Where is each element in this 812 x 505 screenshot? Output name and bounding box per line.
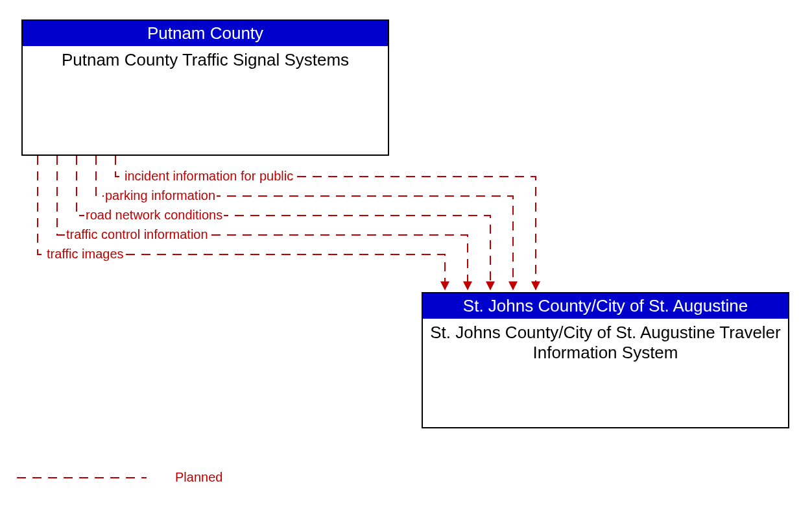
flow-label-4: traffic images (45, 247, 125, 262)
entity-source-body: Putnam County Traffic Signal Systems (23, 46, 388, 74)
entity-target: St. Johns County/City of St. Augustine S… (422, 292, 789, 428)
flow-label-2: road network conditions (84, 208, 224, 223)
entity-source-header: Putnam County (23, 21, 388, 46)
entity-target-header: St. Johns County/City of St. Augustine (423, 293, 788, 319)
flow-label-1: parking information (104, 188, 217, 203)
flow-label-3: traffic control information (65, 227, 209, 242)
diagram-stage: { "entities": { "source": { "header": "P… (0, 0, 812, 505)
entity-source: Putnam County Putnam County Traffic Sign… (21, 19, 389, 156)
entity-target-body: St. Johns County/City of St. Augustine T… (423, 319, 788, 367)
flow-label-0: incident information for public (123, 169, 294, 184)
legend-label-planned: Planned (175, 470, 222, 485)
